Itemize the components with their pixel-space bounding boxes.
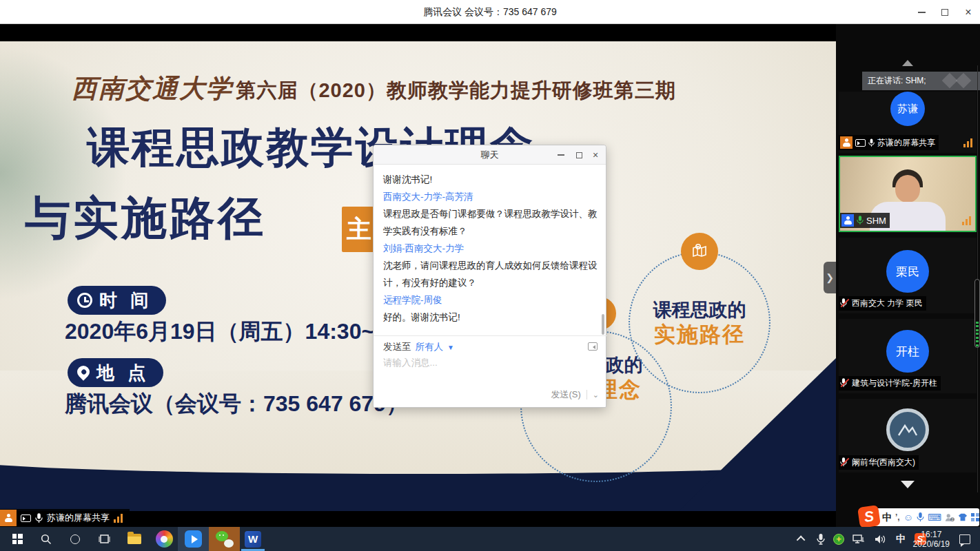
- chat-input[interactable]: [383, 357, 590, 368]
- participant-label: 西南交大 力学 栗民: [839, 296, 926, 311]
- word-taskbar-button[interactable]: W: [240, 527, 266, 551]
- send-row: 发送(S) ⌄: [551, 388, 599, 401]
- video-person-face: [895, 175, 920, 202]
- university-calligraphy: 西南交通大学: [72, 73, 233, 103]
- slide-header: 西南交通大学 第六届（2020）教师教学能力提升研修班第三期: [72, 72, 676, 106]
- chat-window: 聊天 × 谢谢沈书记! 西南交大-力学-高芳清 课程思政是否每门课都要做？课程思…: [373, 145, 606, 408]
- chevron-down-icon[interactable]: ▼: [447, 344, 454, 351]
- close-icon: ×: [965, 7, 971, 18]
- scroll-up-arrow[interactable]: [902, 60, 913, 66]
- map-icon: [689, 241, 710, 262]
- signal-bars-icon: [963, 138, 972, 147]
- participant-name: SHM: [866, 216, 886, 226]
- clock-icon: [77, 293, 92, 308]
- voice-input-icon[interactable]: [917, 512, 924, 522]
- task-view-button[interactable]: [92, 527, 116, 551]
- scroll-down-arrow[interactable]: [901, 481, 915, 488]
- action-center-button[interactable]: [952, 527, 977, 551]
- person-icon: [842, 138, 850, 147]
- host-role-icon: [840, 136, 853, 149]
- host-role-icon: [0, 510, 17, 526]
- tray-volume-button[interactable]: [870, 527, 890, 551]
- tray-ime-mode-button[interactable]: 中: [892, 527, 910, 551]
- university-logo-avatar: [886, 408, 929, 451]
- folder-icon: [127, 534, 141, 544]
- chat-maximize-button[interactable]: [570, 145, 588, 165]
- send-button[interactable]: 发送(S): [551, 388, 580, 401]
- tray-mic-button[interactable]: [812, 527, 830, 551]
- sogou-logo-icon[interactable]: S: [857, 505, 881, 528]
- participant-tile-kanqianhua[interactable]: 阚前华(西南交大): [839, 399, 977, 472]
- chat-message: 沈老师，请问课程思政的育人成效如何反馈给课程设计，有没有好的建议？: [383, 257, 598, 291]
- soft-keyboard-icon[interactable]: ⌨: [928, 512, 941, 522]
- participant-label: 建筑与设计学院-房开柱: [839, 376, 941, 391]
- chat-sender[interactable]: 刘娟-西南交大-力学: [383, 240, 598, 257]
- maximize-icon: [576, 152, 582, 158]
- cortana-button[interactable]: [63, 527, 87, 551]
- send-to-selector[interactable]: 所有人: [416, 341, 444, 353]
- word-icon: W: [245, 531, 261, 548]
- chat-sender[interactable]: 西南交大-力学-高芳清: [383, 188, 598, 205]
- ime-mode-toggle[interactable]: 中: [882, 512, 892, 522]
- tray-date: 2020/6/19: [913, 539, 950, 549]
- mic-muted-icon: [840, 457, 849, 468]
- member-role-icon: [841, 214, 854, 227]
- send-separator: [586, 390, 587, 399]
- skin-icon[interactable]: [958, 513, 968, 521]
- search-button[interactable]: [34, 527, 58, 551]
- popout-icon[interactable]: [588, 342, 598, 351]
- tray-network-button[interactable]: [849, 527, 868, 551]
- send-to-row: 发送至 所有人 ▼: [383, 341, 454, 353]
- file-explorer-button[interactable]: [121, 527, 147, 551]
- windows-taskbar: W + 中 S 16:17 2020/6/19: [0, 527, 980, 551]
- send-to-label: 发送至: [383, 341, 411, 353]
- chat-close-button[interactable]: ×: [586, 145, 604, 165]
- avatar: 开柱: [886, 330, 929, 373]
- chat-message-list[interactable]: 谢谢沈书记! 西南交大-力学-高芳清 课程思政是否每门课都要做？课程思政教学设计…: [374, 165, 607, 335]
- green-app-icon: +: [833, 534, 844, 545]
- browser-icon: [156, 530, 173, 548]
- tencent-meeting-icon: [185, 530, 202, 548]
- sogou-ime-toolbar[interactable]: S 中 ’, ☺ ⌨ 2: [867, 508, 979, 526]
- signal-bars-icon: [114, 514, 123, 523]
- browser-button[interactable]: [150, 527, 178, 551]
- start-button[interactable]: [6, 527, 29, 551]
- chat-minimize-button[interactable]: [552, 145, 570, 165]
- time-pill-label: 时 间: [99, 289, 152, 313]
- toolbox-grid-icon[interactable]: [971, 513, 979, 521]
- chat-scrollbar[interactable]: [602, 314, 604, 335]
- participant-tile-suqian[interactable]: 苏谦 苏谦的屏幕共享: [839, 92, 977, 153]
- account-icon[interactable]: 2: [945, 513, 955, 522]
- tray-app-button[interactable]: +: [830, 527, 848, 551]
- mic-icon: [868, 138, 875, 147]
- wechat-icon: [216, 531, 234, 548]
- sidebar-collapse-button[interactable]: ❯: [824, 262, 836, 293]
- tray-expand-button[interactable]: [793, 527, 810, 551]
- signal-bars-icon: [962, 216, 971, 225]
- participant-label: 阚前华(西南交大): [839, 455, 919, 470]
- mic-active-icon: [857, 216, 864, 225]
- send-options-chevron-icon[interactable]: ⌄: [593, 391, 599, 399]
- sidebar-scrollbar-thumb[interactable]: [974, 279, 980, 348]
- participant-name: 西南交大 力学 栗民: [852, 298, 923, 309]
- chat-sender[interactable]: 远程学院-周俊: [383, 291, 598, 309]
- participant-tile-limin[interactable]: 栗民 西南交大 力学 栗民: [839, 238, 977, 313]
- tencent-meeting-taskbar-button[interactable]: [178, 527, 209, 551]
- circle1-text-line2: 实施路径: [629, 320, 770, 349]
- window-minimize-button[interactable]: [910, 0, 933, 24]
- mic-muted-icon: [840, 298, 849, 309]
- location-pill: 地 点: [68, 358, 163, 387]
- emoji-icon[interactable]: ☺: [904, 512, 913, 522]
- chat-titlebar[interactable]: 聊天 ×: [374, 145, 606, 165]
- window-restore-button[interactable]: [933, 0, 957, 24]
- tray-clock[interactable]: 16:17 2020/6/19: [913, 527, 950, 551]
- time-pill: 时 间: [68, 286, 166, 315]
- tray-time: 16:17: [921, 530, 941, 539]
- time-value: 2020年6月19日（周五）14:30~16:: [65, 317, 406, 347]
- window-close-button[interactable]: ×: [957, 0, 980, 24]
- slide-title-line2: 与实施路径: [25, 187, 266, 249]
- participant-tile-shm-video[interactable]: SHM: [839, 156, 977, 232]
- wechat-taskbar-button[interactable]: [209, 527, 240, 551]
- participant-tile-kaizhu[interactable]: 开柱 建筑与设计学院-房开柱: [839, 319, 977, 393]
- ime-punctuation-toggle[interactable]: ’,: [895, 513, 900, 521]
